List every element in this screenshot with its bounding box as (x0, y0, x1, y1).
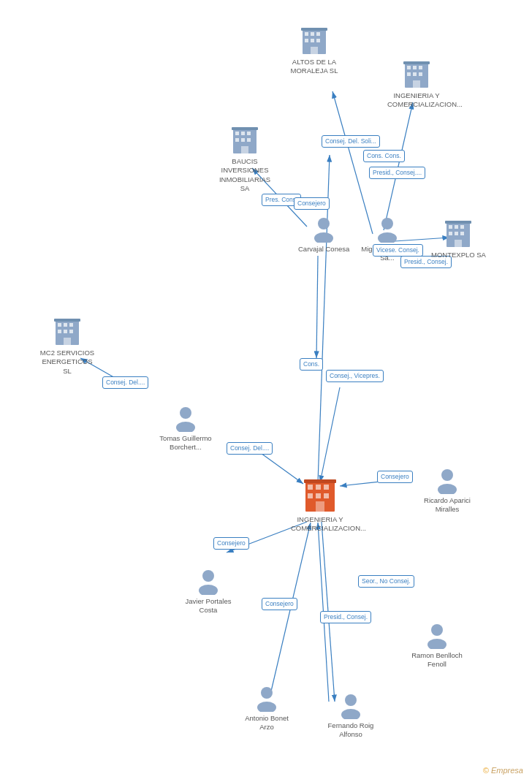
role-consej-del-soli[interactable]: Consej. Del. Soli... (322, 135, 380, 148)
svg-rect-35 (235, 132, 239, 135)
node-tomas[interactable]: Tomas Guillermo Borchert... (156, 406, 215, 452)
svg-rect-28 (419, 66, 422, 69)
svg-rect-68 (308, 485, 313, 490)
svg-point-83 (345, 694, 357, 706)
node-ramon[interactable]: Ramon Benlloch Fenoll (408, 623, 466, 669)
svg-rect-48 (449, 225, 452, 229)
svg-rect-23 (311, 47, 318, 54)
node-antonio[interactable]: Antonio Bonet Arzo (238, 686, 296, 732)
person-icon-antonio (254, 686, 280, 712)
svg-rect-18 (311, 32, 314, 36)
svg-rect-27 (413, 66, 417, 69)
svg-point-77 (202, 570, 214, 582)
svg-rect-38 (235, 138, 239, 142)
node-ingenieria-top[interactable]: INGENIERIA Y COMERCIALIZACION... (387, 57, 446, 110)
svg-rect-30 (413, 72, 417, 76)
svg-rect-61 (64, 330, 67, 333)
svg-rect-21 (311, 39, 314, 42)
role-consej-vicepres[interactable]: Consej., Vicepres. (326, 370, 384, 382)
label-javier: Javier Portales Costa (179, 597, 238, 615)
svg-rect-70 (324, 485, 329, 490)
node-mc2[interactable]: MC2 SERVICIOS ENERGETICOS SL (38, 314, 96, 376)
svg-rect-72 (316, 493, 321, 498)
svg-point-44 (381, 218, 393, 229)
svg-rect-37 (247, 132, 251, 135)
svg-point-76 (438, 484, 457, 494)
role-cons-cons-top[interactable]: Cons. Cons. (363, 150, 405, 162)
role-consej-del-tomas[interactable]: Consej. Del.... (227, 442, 273, 455)
node-ricardo[interactable]: Ricardo Aparici Miralles (418, 468, 476, 515)
node-montexplo[interactable]: MONTEXPLO SA (431, 216, 486, 259)
role-seor-no-consej[interactable]: Seor., No Consej. (358, 575, 414, 588)
role-presid-consej-fern[interactable]: Presid., Consej. (320, 611, 371, 623)
svg-rect-59 (69, 323, 73, 327)
watermark-text: Empresa (491, 766, 523, 775)
svg-rect-29 (407, 72, 411, 76)
label-fernando: Fernando Roig Alfonso (322, 721, 380, 740)
svg-rect-20 (305, 39, 308, 42)
svg-rect-67 (304, 479, 336, 483)
node-ingenieria-main[interactable]: INGENIERIA Y COMERCIALIZACION... (291, 474, 349, 534)
svg-point-43 (314, 232, 333, 243)
svg-rect-36 (241, 132, 245, 135)
svg-rect-32 (413, 80, 420, 88)
svg-rect-41 (241, 146, 248, 153)
role-vicese-consej[interactable]: Vicese. Consej. (373, 244, 423, 257)
svg-point-78 (199, 585, 218, 595)
node-baucis[interactable]: BAUCIS INVERSIONES INMOBILIARIAS SA (216, 123, 274, 193)
svg-rect-69 (316, 485, 321, 490)
svg-rect-49 (455, 225, 458, 229)
svg-rect-53 (460, 232, 464, 235)
svg-point-75 (441, 469, 453, 481)
svg-rect-31 (419, 72, 422, 76)
svg-rect-52 (455, 232, 458, 235)
role-consejero-javier[interactable]: Consejero (213, 537, 249, 550)
building-icon-montexplo (445, 216, 471, 248)
role-consejero-antonio[interactable]: Consejero (262, 598, 297, 610)
svg-rect-39 (241, 138, 245, 142)
person-icon-miguel (374, 216, 400, 243)
svg-rect-19 (316, 32, 320, 36)
svg-rect-60 (58, 330, 61, 333)
svg-rect-54 (455, 240, 462, 247)
label-ricardo: Ricardo Aparici Miralles (418, 496, 476, 515)
node-fernando[interactable]: Fernando Roig Alfonso (322, 693, 380, 740)
label-ingenieria-top: INGENIERIA Y COMERCIALIZACION... (387, 91, 446, 110)
person-icon-javier (195, 569, 221, 595)
svg-rect-73 (324, 493, 329, 498)
svg-rect-25 (403, 61, 430, 64)
building-icon-ingenieria-main (304, 474, 336, 513)
building-icon-ingenieria-top (403, 57, 430, 89)
node-carvajal[interactable]: Carvajal Conesa (298, 216, 349, 254)
svg-rect-17 (305, 32, 308, 36)
svg-rect-22 (316, 39, 320, 42)
svg-rect-58 (64, 323, 67, 327)
svg-point-65 (176, 422, 195, 432)
role-consejero-ricardo[interactable]: Consejero (377, 471, 413, 483)
svg-line-13 (316, 256, 318, 358)
svg-point-79 (431, 624, 443, 636)
node-javier[interactable]: Javier Portales Costa (179, 569, 238, 615)
role-consej-del-mc2[interactable]: Consej. Del.... (102, 376, 148, 389)
node-altos[interactable]: ALTOS DE LA MORALEJA SL (285, 23, 343, 76)
person-icon-carvajal (311, 216, 337, 243)
label-mc2: MC2 SERVICIOS ENERGETICOS SL (38, 349, 96, 376)
svg-point-64 (180, 407, 191, 419)
person-icon-tomas (172, 406, 199, 432)
svg-rect-63 (64, 338, 71, 345)
label-altos: ALTOS DE LA MORALEJA SL (285, 58, 343, 76)
role-consejero-carvajal[interactable]: Consejero (294, 197, 330, 210)
label-baucis: BAUCIS INVERSIONES INMOBILIARIAS SA (216, 157, 274, 193)
role-cons-main[interactable]: Cons. (300, 358, 323, 371)
svg-point-42 (318, 218, 330, 229)
svg-rect-50 (460, 225, 464, 229)
svg-point-84 (341, 709, 360, 719)
svg-point-82 (257, 702, 276, 712)
building-icon-mc2 (54, 314, 80, 346)
label-ramon: Ramon Benlloch Fenoll (408, 651, 466, 669)
svg-rect-56 (54, 319, 80, 322)
building-icon-baucis (232, 123, 258, 155)
person-icon-fernando (338, 693, 364, 719)
svg-rect-47 (445, 221, 471, 224)
role-presid-consej-top[interactable]: Presid., Consej.... (369, 167, 425, 179)
